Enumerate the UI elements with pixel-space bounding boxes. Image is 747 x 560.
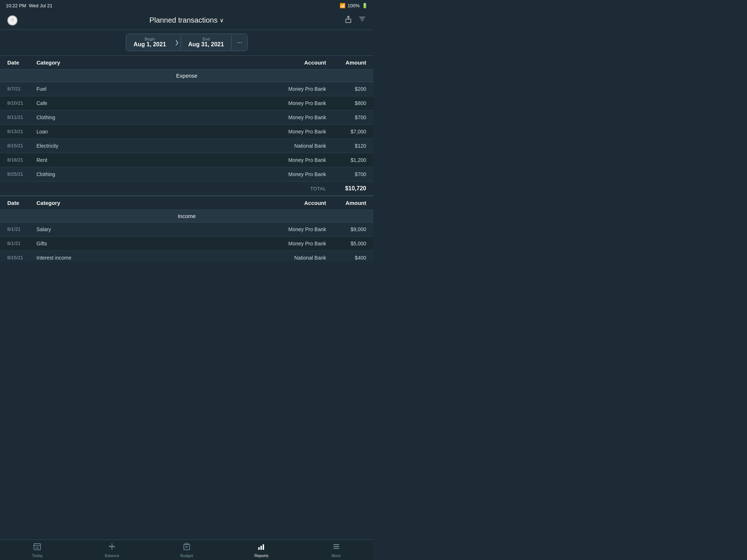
income-category: Salary	[35, 222, 269, 236]
expense-date: 8/15/21	[6, 139, 35, 153]
expense-row[interactable]: 8/25/21 Clothing Money Pro Bank $700	[0, 167, 374, 182]
status-right: 📶 100% 🔋	[340, 3, 368, 8]
expense-section-header: Expense	[0, 70, 374, 82]
expense-account: Money Pro Bank	[269, 110, 328, 124]
income-col-amount: Amount	[328, 196, 368, 210]
date-more-button[interactable]: ···	[231, 36, 247, 49]
income-row[interactable]: 8/1/21 Gifts Money Pro Bank $5,000	[0, 237, 374, 251]
expense-category: Clothing	[35, 110, 269, 124]
expense-category: Loan	[35, 125, 269, 139]
date-range-picker[interactable]: Begin Aug 1, 2021 ❯ End Aug 31, 2021 ···	[126, 34, 248, 51]
battery-pct: 100%	[348, 3, 360, 8]
income-category: Gifts	[35, 237, 269, 250]
income-col-account: Account	[269, 196, 328, 210]
expense-account: National Bank	[269, 139, 328, 153]
income-amount: $9,000	[328, 222, 368, 236]
status-time: 10:22 PM Wed Jul 21	[6, 3, 53, 8]
expense-total-row: TOTAL $10,720	[0, 182, 374, 196]
income-row[interactable]: 8/1/21 Salary Money Pro Bank $9,000	[0, 222, 374, 237]
filter-button[interactable]	[358, 15, 366, 25]
expense-col-amount: Amount	[328, 56, 368, 69]
income-col-date: Date	[6, 196, 35, 210]
expense-account: Money Pro Bank	[269, 96, 328, 110]
nav-left: ?	[7, 15, 36, 26]
share-button[interactable]	[344, 15, 352, 25]
expense-total-value: $10,720	[333, 185, 366, 192]
income-amount: $400	[328, 251, 368, 262]
page-title: Planned transactions ∨	[150, 16, 224, 24]
expense-amount: $1,200	[328, 153, 368, 167]
tables-container: Date Category Account Amount Expense 8/7…	[0, 55, 374, 262]
expense-amount: $800	[328, 96, 368, 110]
expense-col-date: Date	[6, 56, 35, 69]
income-amount: $5,000	[328, 237, 368, 250]
expense-row[interactable]: 8/18/21 Rent Money Pro Bank $1,200	[0, 153, 374, 167]
expense-account: Money Pro Bank	[269, 125, 328, 139]
nav-right	[337, 15, 366, 25]
expense-category: Clothing	[35, 167, 269, 181]
expense-account: Money Pro Bank	[269, 153, 328, 167]
expense-category: Fuel	[35, 82, 269, 96]
wifi-icon: 📶	[340, 3, 345, 8]
date-arrow-icon: ❯	[173, 39, 181, 45]
expense-date: 8/7/21	[6, 82, 35, 96]
income-date: 8/1/21	[6, 237, 35, 250]
income-account: Money Pro Bank	[269, 222, 328, 236]
expense-col-account: Account	[269, 56, 328, 69]
income-date: 8/1/21	[6, 222, 35, 236]
nav-bar: ? Planned transactions ∨	[0, 11, 374, 30]
income-col-category: Category	[35, 196, 269, 210]
income-account: Money Pro Bank	[269, 237, 328, 250]
expense-row[interactable]: 8/7/21 Fuel Money Pro Bank $200	[0, 82, 374, 96]
expense-col-header: Date Category Account Amount	[0, 55, 374, 70]
expense-amount: $120	[328, 139, 368, 153]
income-section-header: Income	[0, 210, 374, 222]
expense-category: Electricity	[35, 139, 269, 153]
expense-amount: $700	[328, 167, 368, 181]
date-range: Begin Aug 1, 2021 ❯ End Aug 31, 2021 ···	[0, 30, 374, 55]
expense-date: 8/13/21	[6, 125, 35, 139]
expense-row[interactable]: 8/15/21 Electricity National Bank $120	[0, 139, 374, 153]
end-date[interactable]: End Aug 31, 2021	[181, 34, 231, 51]
expense-total-label: TOTAL	[310, 186, 326, 191]
expense-rows: 8/7/21 Fuel Money Pro Bank $200 8/10/21 …	[0, 82, 374, 182]
expense-row[interactable]: 8/10/21 Cafe Money Pro Bank $800	[0, 96, 374, 110]
help-button[interactable]: ?	[7, 15, 18, 26]
expense-amount: $7,000	[328, 125, 368, 139]
expense-date: 8/18/21	[6, 153, 35, 167]
expense-account: Money Pro Bank	[269, 167, 328, 181]
status-bar: 10:22 PM Wed Jul 21 📶 100% 🔋	[0, 0, 374, 11]
expense-amount: $200	[328, 82, 368, 96]
income-row[interactable]: 8/15/21 Interest income National Bank $4…	[0, 251, 374, 262]
expense-date: 8/11/21	[6, 110, 35, 124]
begin-date[interactable]: Begin Aug 1, 2021	[126, 34, 173, 51]
expense-date: 8/25/21	[6, 167, 35, 181]
expense-date: 8/10/21	[6, 96, 35, 110]
income-rows: 8/1/21 Salary Money Pro Bank $9,000 8/1/…	[0, 222, 374, 262]
income-col-header: Date Category Account Amount	[0, 196, 374, 210]
expense-amount: $700	[328, 110, 368, 124]
expense-row[interactable]: 8/11/21 Clothing Money Pro Bank $700	[0, 110, 374, 125]
income-date: 8/15/21	[6, 251, 35, 262]
expense-category: Cafe	[35, 96, 269, 110]
chevron-down-icon[interactable]: ∨	[220, 17, 224, 24]
expense-category: Rent	[35, 153, 269, 167]
income-account: National Bank	[269, 251, 328, 262]
expense-row[interactable]: 8/13/21 Loan Money Pro Bank $7,000	[0, 125, 374, 139]
battery-icon: 🔋	[362, 3, 368, 8]
expense-col-category: Category	[35, 56, 269, 69]
income-category: Interest income	[35, 251, 269, 262]
expense-account: Money Pro Bank	[269, 82, 328, 96]
